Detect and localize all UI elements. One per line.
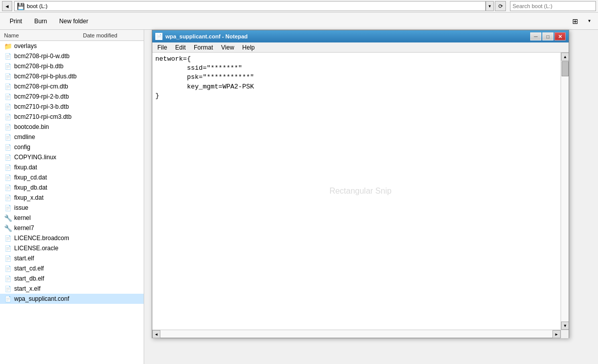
list-item[interactable]: 📄wpa_supplicant.conf (0, 294, 144, 304)
file-name: fixup_db.dat (14, 184, 47, 191)
list-item[interactable]: 📄cmdline (0, 132, 144, 142)
notepad-window: 📄 wpa_supplicant.conf - Notepad ─ □ ✕ Fi… (152, 30, 569, 338)
file-name: LICENCE.broadcom (14, 235, 69, 242)
refresh-button[interactable]: ⟳ (495, 1, 506, 11)
file-icon: 📄 (4, 153, 12, 161)
file-name: bcm2710-rpi-cm3.dtb (14, 113, 71, 120)
file-name: wpa_supplicant.conf (14, 295, 69, 302)
address-dropdown-button[interactable]: ▼ (486, 1, 494, 11)
vscroll-thumb[interactable] (562, 61, 569, 76)
file-name: bcm2708-rpi-cm.dtb (14, 83, 68, 90)
file-icon: 📄 (4, 123, 12, 131)
file-items-container: 📁overlays📄bcm2708-rpi-0-w.dtb📄bcm2708-rp… (0, 41, 144, 304)
column-name[interactable]: Name (0, 32, 81, 38)
menu-file[interactable]: File (153, 42, 171, 52)
burn-button[interactable]: Burn (29, 14, 53, 28)
print-button[interactable]: Print (4, 14, 28, 28)
file-name: config (14, 144, 30, 151)
file-icon: 📄 (4, 52, 12, 60)
notepad-title-text: wpa_supplicant.conf - Notepad (165, 33, 530, 39)
list-item[interactable]: 📄start.elf (0, 253, 144, 263)
list-item[interactable]: 📄fixup_db.dat (0, 183, 144, 193)
list-item[interactable]: 📄issue (0, 203, 144, 213)
file-name: bcm2708-rpi-b.dtb (14, 63, 63, 70)
list-item[interactable]: 📄start_db.elf (0, 274, 144, 284)
notepad-hscroll: ◄ ► (152, 330, 569, 338)
search-input[interactable] (510, 1, 596, 11)
list-item[interactable]: 📄bcm2708-rpi-cm.dtb (0, 81, 144, 92)
menu-edit[interactable]: Edit (171, 42, 190, 52)
list-item[interactable]: 📄bcm2710-rpi-3-b.dtb (0, 102, 144, 112)
hscroll-left-button[interactable]: ◄ (152, 330, 160, 338)
notepad-titlebar: 📄 wpa_supplicant.conf - Notepad ─ □ ✕ (152, 30, 569, 42)
list-item[interactable]: 📄COPYING.linux (0, 152, 144, 162)
back-button[interactable]: ◄ (2, 1, 12, 11)
view-toggle-button[interactable]: ⊞ (567, 14, 584, 28)
file-name: kernel (14, 214, 31, 221)
toolbar: Print Burn New folder ⊞ ▼ (0, 13, 598, 30)
vscroll-up-button[interactable]: ▲ (561, 53, 569, 61)
list-item[interactable]: 📄LICENCE.broadcom (0, 233, 144, 243)
file-name: bcm2708-rpi-0-w.dtb (14, 53, 69, 60)
list-item[interactable]: 📄LICENSE.oracle (0, 243, 144, 253)
file-name: bootcode.bin (14, 123, 49, 130)
list-item[interactable]: 📄fixup_x.dat (0, 193, 144, 203)
address-bar[interactable]: 💾 boot (L:) (14, 1, 486, 11)
file-icon: 📄 (4, 184, 12, 192)
file-name: issue (14, 204, 28, 211)
list-item[interactable]: 📄bootcode.bin (0, 122, 144, 132)
nav-buttons: ◄ (2, 1, 12, 11)
vscroll-down-button[interactable]: ▼ (561, 322, 569, 330)
menu-help[interactable]: Help (238, 42, 259, 52)
list-item[interactable]: 📁overlays (0, 41, 144, 51)
list-item[interactable]: 📄start_cd.elf (0, 263, 144, 274)
hscroll-right-button[interactable]: ► (552, 330, 561, 338)
file-icon: 📄 (4, 204, 12, 212)
menu-format[interactable]: Format (190, 42, 217, 52)
notepad-text-area[interactable] (152, 53, 561, 330)
list-item[interactable]: 📄fixup.dat (0, 162, 144, 172)
file-list: Name Date modified 📁overlays📄bcm2708-rpi… (0, 30, 144, 364)
view-dropdown-button[interactable]: ▼ (585, 14, 594, 28)
list-item[interactable]: 📄start_x.elf (0, 284, 144, 294)
file-icon: 📄 (4, 244, 12, 252)
close-button[interactable]: ✕ (554, 32, 566, 40)
file-icon: 📄 (4, 285, 12, 293)
maximize-button[interactable]: □ (542, 32, 553, 40)
file-name: LICENSE.oracle (14, 245, 58, 252)
file-name: bcm2708-rpi-b-plus.dtb (14, 73, 76, 80)
window-controls: ─ □ ✕ (530, 32, 566, 40)
file-name: start_x.elf (14, 285, 40, 292)
list-item[interactable]: 📄config (0, 142, 144, 152)
file-name: start.elf (14, 255, 34, 262)
file-icon: 📄 (4, 295, 12, 303)
menu-view[interactable]: View (217, 42, 238, 52)
list-item[interactable]: 📄bcm2708-rpi-b-plus.dtb (0, 71, 144, 81)
view-options: ⊞ ▼ (567, 14, 594, 28)
list-item[interactable]: 📄bcm2710-rpi-cm3.dtb (0, 112, 144, 122)
minimize-button[interactable]: ─ (530, 32, 541, 40)
list-item[interactable]: 📄fixup_cd.dat (0, 172, 144, 183)
column-date[interactable]: Date modified (81, 32, 132, 38)
file-name: overlays (14, 42, 37, 50)
file-icon: 📄 (4, 143, 12, 151)
folder-icon: 📁 (4, 42, 12, 50)
address-icon: 💾 (17, 3, 25, 10)
file-icon: 📄 (4, 163, 12, 171)
list-item[interactable]: 📄bcm2708-rpi-b.dtb (0, 61, 144, 71)
list-item[interactable]: 📄bcm2709-rpi-2-b.dtb (0, 92, 144, 102)
new-folder-button[interactable]: New folder (54, 14, 94, 28)
address-bar-container: ◄ 💾 boot (L:) ▼ ⟳ (0, 0, 598, 13)
list-item[interactable]: 🔧kernel (0, 213, 144, 223)
hscroll-track (160, 330, 552, 338)
list-item[interactable]: 📄bcm2708-rpi-0-w.dtb (0, 51, 144, 61)
file-icon: 📄 (4, 82, 12, 90)
file-name: start_db.elf (14, 275, 44, 282)
file-icon: 🔧 (4, 214, 12, 222)
file-name: start_cd.elf (14, 265, 44, 272)
list-item[interactable]: 🔧kernel7 (0, 223, 144, 233)
file-icon: 📄 (4, 264, 12, 272)
address-text: boot (L:) (27, 3, 48, 9)
file-name: fixup.dat (14, 164, 37, 171)
notepad-content: ▲ ▼ Rectangular Snip (152, 53, 569, 330)
